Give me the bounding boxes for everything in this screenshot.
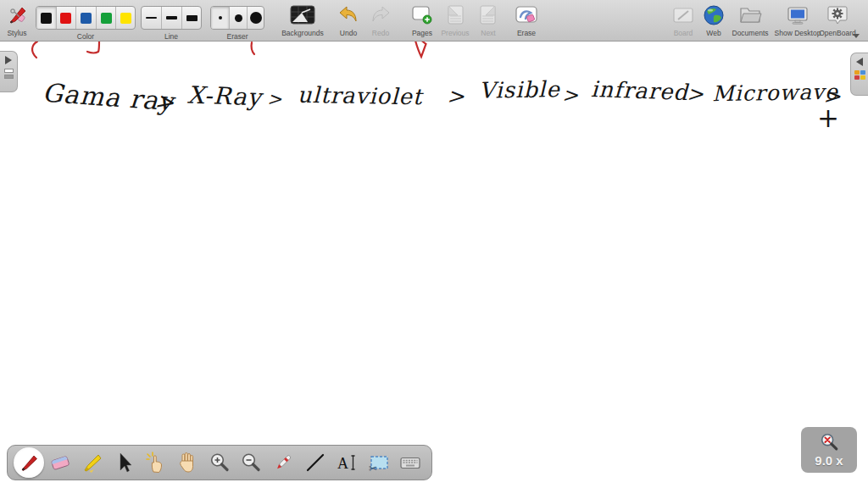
web-mode-button[interactable]: Web <box>700 2 727 39</box>
next-page-label: Next <box>475 29 502 37</box>
virtual-keyboard-tool-button[interactable] <box>395 447 426 478</box>
color-swatch-green[interactable] <box>97 7 117 29</box>
zoom-in-tool-button[interactable] <box>204 447 235 478</box>
board-mode-icon <box>670 2 697 29</box>
line-icon <box>303 451 327 474</box>
handwritten-greater-than: > <box>153 87 177 116</box>
previous-page-icon <box>439 2 471 29</box>
interact-tool-button[interactable] <box>141 447 171 478</box>
board-mode-label: Board <box>670 29 697 37</box>
blue-color-chip <box>81 13 92 24</box>
eraser-medium-button[interactable] <box>230 7 248 29</box>
pen-tool-button[interactable] <box>14 447 44 478</box>
drawing-canvas[interactable]: Gama ray > X-Ray > ultraviolet > Visible… <box>0 0 868 488</box>
right-panel-tab[interactable] <box>850 53 868 96</box>
marker-tool-button[interactable] <box>77 447 108 478</box>
library-icon <box>854 70 865 80</box>
redo-button[interactable]: Redo <box>366 2 395 39</box>
undo-button[interactable]: Undo <box>334 2 363 39</box>
eraser-small-button[interactable] <box>211 7 230 29</box>
documents-mode-button[interactable]: Documents <box>729 2 771 39</box>
svg-text:A: A <box>337 455 348 472</box>
eraser-tool-button[interactable] <box>45 447 75 478</box>
line-width-thick-button[interactable] <box>182 7 201 29</box>
laser-pointer-tool-button[interactable] <box>268 447 298 478</box>
capture-tool-button[interactable]: ✂ <box>364 447 394 478</box>
keyboard-icon <box>398 451 422 474</box>
red-color-chip <box>60 13 71 24</box>
color-swatch-blue[interactable] <box>76 7 97 29</box>
board-mode-button[interactable]: Board <box>670 2 697 39</box>
zoom-in-icon <box>208 451 231 474</box>
line-width-medium-button[interactable] <box>162 7 182 29</box>
zoom-out-icon <box>239 451 263 474</box>
thin-line-icon <box>146 17 157 19</box>
black-color-chip <box>41 13 52 24</box>
large-dot-icon <box>250 12 262 24</box>
line-tool-button[interactable] <box>300 447 331 478</box>
handwritten-greater-than: > <box>562 84 579 106</box>
previous-page-label: Previous <box>439 29 471 37</box>
backgrounds-label: Backgrounds <box>280 29 326 37</box>
color-swatch-red[interactable] <box>57 7 77 29</box>
backgrounds-button[interactable]: Backgrounds <box>280 2 326 39</box>
erase-page-label: Erase <box>510 29 542 37</box>
cursor-arrow-icon <box>112 451 136 474</box>
stylus-tool-dock: A ✂ <box>7 445 432 480</box>
handwritten-greater-than: > <box>447 84 465 108</box>
page-list-icon <box>4 69 14 79</box>
zoom-out-tool-button[interactable] <box>236 447 266 478</box>
eraser-icon <box>48 451 72 474</box>
expand-right-icon <box>5 56 12 64</box>
eraser-label: Eraser <box>210 32 264 41</box>
handwritten-word: Visible <box>479 76 560 103</box>
redo-icon <box>366 2 395 29</box>
color-swatch-yellow[interactable] <box>116 7 135 29</box>
openboard-gear-icon <box>815 2 860 29</box>
line-width-thin-button[interactable] <box>142 7 162 29</box>
stylus-button[interactable]: Stylus <box>2 2 32 39</box>
erase-page-icon <box>510 2 542 29</box>
web-mode-label: Web <box>700 29 727 37</box>
next-page-icon <box>475 2 502 29</box>
color-swatch-group <box>36 6 136 30</box>
expand-left-icon <box>856 58 863 66</box>
open-hand-icon <box>175 451 199 474</box>
zoom-reset-indicator[interactable]: 9.0 x <box>801 427 857 473</box>
line-label: Line <box>141 32 202 41</box>
selector-tool-button[interactable] <box>108 447 139 478</box>
pointing-hand-icon <box>144 451 168 474</box>
documents-mode-label: Documents <box>729 29 771 37</box>
pages-icon <box>407 2 437 29</box>
documents-folder-icon <box>729 2 771 29</box>
pen-icon <box>17 451 41 474</box>
handwritten-word: ultraviolet <box>298 82 423 110</box>
thick-line-icon <box>186 15 198 21</box>
laser-pointer-icon <box>271 451 295 474</box>
stylus-icon <box>2 2 32 29</box>
eraser-size-group <box>210 6 264 30</box>
pages-button[interactable]: Pages <box>407 2 437 39</box>
left-panel-tab[interactable] <box>0 51 18 92</box>
eraser-large-button[interactable] <box>248 7 264 29</box>
handwritten-word: X-Ray <box>186 80 262 111</box>
next-page-button[interactable]: Next <box>475 2 502 39</box>
eraser-section: Eraser <box>210 2 264 39</box>
handwritten-plus: + <box>817 103 840 133</box>
web-globe-icon <box>700 2 727 29</box>
previous-page-button[interactable]: Previous <box>439 2 471 39</box>
text-tool-button[interactable]: A <box>331 447 362 478</box>
handwritten-greater-than: > <box>687 82 704 106</box>
medium-dot-icon <box>235 14 242 22</box>
zoom-cancel-icon <box>819 432 839 452</box>
handwritten-word: infrared <box>591 76 689 105</box>
stylus-label: Stylus <box>2 29 32 37</box>
pan-tool-button[interactable] <box>172 447 203 478</box>
erase-page-button[interactable]: Erase <box>510 2 542 39</box>
capture-icon: ✂ <box>367 451 391 474</box>
color-label: Color <box>36 32 136 41</box>
chevron-down-icon[interactable] <box>853 34 860 38</box>
small-dot-icon <box>219 16 222 19</box>
zoom-level-value: 9.0 x <box>815 453 843 468</box>
color-swatch-black[interactable] <box>36 7 57 29</box>
